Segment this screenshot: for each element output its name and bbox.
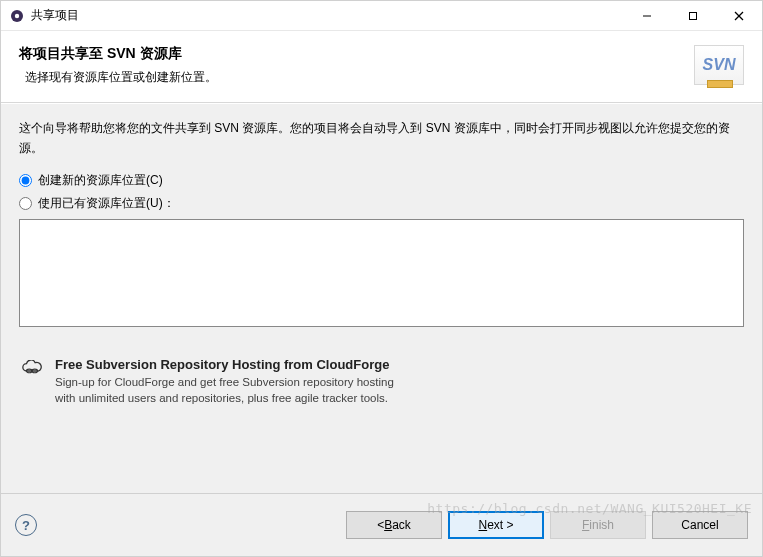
back-mnemonic: B xyxy=(384,518,392,532)
back-rest: ack xyxy=(392,518,411,532)
promo-title: Free Subversion Repository Hosting from … xyxy=(55,357,394,372)
radio-use-existing-input[interactable] xyxy=(19,197,32,210)
wizard-header: 将项目共享至 SVN 资源库 选择现有资源库位置或创建新位置。 SVN xyxy=(1,31,762,103)
cloudforge-promo: Free Subversion Repository Hosting from … xyxy=(19,353,744,410)
wizard-footer: ? < Back Next > Finish Cancel xyxy=(1,494,762,556)
titlebar: 共享项目 xyxy=(1,1,762,31)
svg-point-1 xyxy=(15,13,19,17)
page-subtitle: 选择现有资源库位置或创建新位置。 xyxy=(25,69,694,86)
app-icon xyxy=(9,8,25,24)
radio-create-new[interactable]: 创建新的资源库位置(C) xyxy=(19,172,744,189)
next-button[interactable]: Next > xyxy=(448,511,544,539)
finish-rest: inish xyxy=(589,518,614,532)
window-controls xyxy=(624,1,762,30)
svg-rect-3 xyxy=(690,12,697,19)
wizard-content: 这个向导将帮助您将您的文件共享到 SVN 资源库。您的项目将会自动导入到 SVN… xyxy=(1,103,762,493)
promo-line1: Sign-up for CloudForge and get free Subv… xyxy=(55,374,394,390)
finish-button: Finish xyxy=(550,511,646,539)
close-button[interactable] xyxy=(716,1,762,30)
maximize-button[interactable] xyxy=(670,1,716,30)
cancel-button[interactable]: Cancel xyxy=(652,511,748,539)
finish-mnemonic: F xyxy=(582,518,589,532)
minimize-button[interactable] xyxy=(624,1,670,30)
description-text: 这个向导将帮助您将您的文件共享到 SVN 资源库。您的项目将会自动导入到 SVN… xyxy=(19,118,744,159)
next-mnemonic: N xyxy=(478,518,487,532)
back-button[interactable]: < Back xyxy=(346,511,442,539)
radio-create-new-label[interactable]: 创建新的资源库位置(C) xyxy=(38,172,163,189)
cloud-link-icon xyxy=(21,360,43,376)
next-rest: ext > xyxy=(487,518,513,532)
window-title: 共享项目 xyxy=(31,7,79,24)
back-prefix: < xyxy=(377,518,384,532)
svn-logo-icon: SVN xyxy=(694,45,744,85)
help-button[interactable]: ? xyxy=(15,514,37,536)
radio-use-existing-label[interactable]: 使用已有资源库位置(U)： xyxy=(38,195,175,212)
radio-use-existing[interactable]: 使用已有资源库位置(U)： xyxy=(19,195,744,212)
promo-line2: with unlimited users and repositories, p… xyxy=(55,390,394,406)
radio-create-new-input[interactable] xyxy=(19,174,32,187)
page-title: 将项目共享至 SVN 资源库 xyxy=(19,45,694,63)
repository-listbox[interactable] xyxy=(19,219,744,327)
